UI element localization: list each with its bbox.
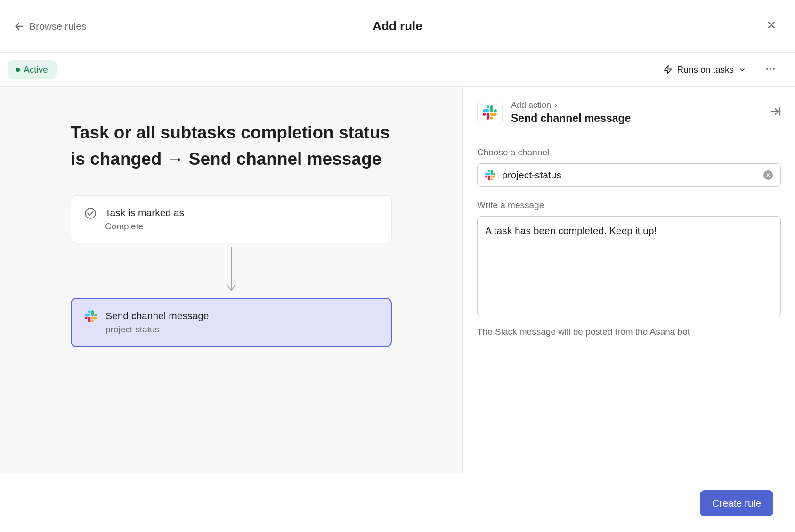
flow-arrow	[71, 247, 392, 294]
channel-field-label: Choose a channel	[477, 147, 781, 158]
collapse-right-icon	[770, 106, 781, 117]
main-content: Task or all subtasks completion status i…	[0, 87, 795, 474]
panel-header-icon-container	[477, 100, 503, 125]
slack-icon	[485, 170, 495, 180]
browse-rules-link[interactable]: Browse rules	[14, 21, 86, 32]
chevron-right-icon	[554, 103, 559, 108]
lightning-icon	[663, 65, 673, 74]
message-field-label: Write a message	[477, 200, 781, 210]
panel-title: Send channel message	[511, 112, 631, 125]
svg-point-7	[85, 208, 96, 218]
detail-panel: Add action Send channel message Choose a…	[463, 87, 795, 474]
message-textarea[interactable]	[477, 216, 781, 317]
action-card[interactable]: Send channel message project-status	[71, 298, 392, 347]
create-rule-button[interactable]: Create rule	[700, 490, 773, 516]
close-button[interactable]	[767, 20, 776, 32]
clear-channel-button[interactable]	[763, 170, 773, 180]
panel-header: Add action Send channel message	[477, 100, 781, 136]
collapse-panel-button[interactable]	[770, 106, 781, 119]
arrow-left-icon	[14, 21, 24, 32]
action-title: Send channel message	[105, 310, 209, 322]
helper-text: The Slack message will be posted from th…	[477, 327, 781, 337]
status-label: Active	[24, 64, 48, 75]
trigger-card[interactable]: Task is marked as Complete	[71, 195, 392, 243]
status-badge[interactable]: Active	[8, 60, 57, 79]
x-icon	[766, 173, 771, 177]
slack-icon	[85, 310, 97, 322]
header: Browse rules Add rule	[0, 0, 795, 53]
svg-point-4	[766, 68, 768, 70]
close-icon	[767, 20, 776, 30]
panel-breadcrumb[interactable]: Add action	[511, 100, 631, 110]
status-dot-icon	[16, 68, 20, 72]
svg-point-6	[773, 68, 775, 70]
action-subtitle: project-status	[105, 324, 209, 335]
back-label: Browse rules	[29, 21, 86, 32]
footer: Create rule	[0, 474, 795, 532]
slack-icon	[483, 105, 497, 120]
chevron-down-icon	[738, 66, 746, 73]
flow-panel: Task or all subtasks completion status i…	[0, 87, 463, 474]
rule-title: Task or all subtasks completion status i…	[71, 120, 392, 172]
page-title: Add rule	[373, 19, 422, 33]
more-horizontal-icon	[765, 63, 776, 74]
arrow-down-icon	[227, 247, 236, 294]
runs-on-label: Runs on tasks	[677, 64, 734, 75]
trigger-subtitle: Complete	[105, 221, 184, 232]
channel-value: project-status	[502, 169, 757, 181]
svg-marker-3	[664, 65, 671, 73]
runs-on-dropdown[interactable]: Runs on tasks	[663, 64, 746, 75]
toolbar: Active Runs on tasks	[0, 53, 795, 87]
trigger-title: Task is marked as	[105, 207, 184, 218]
more-menu-button[interactable]	[760, 63, 781, 76]
svg-point-5	[770, 68, 771, 70]
check-circle-icon	[84, 207, 97, 219]
channel-input[interactable]: project-status	[477, 163, 781, 187]
